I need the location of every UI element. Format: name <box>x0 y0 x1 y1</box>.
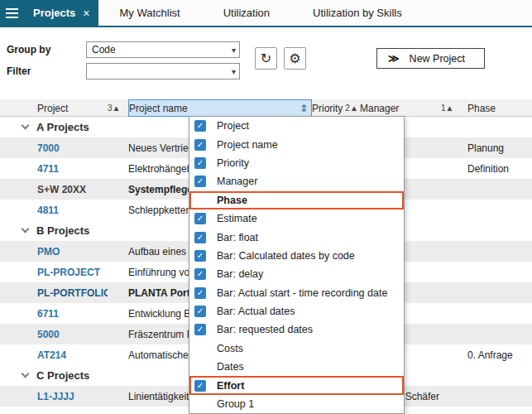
col-project-name-label: Project name <box>129 103 188 114</box>
close-tab-icon[interactable]: × <box>83 7 89 19</box>
chevron-down-icon: ▾ <box>232 46 236 55</box>
menu-item-label: Dates <box>217 361 244 373</box>
menu-item-bar-actual-start-time-recording-date[interactable]: ✓Bar: Actual start - time recording date <box>189 284 404 302</box>
checkbox-unchecked <box>194 398 206 410</box>
refresh-button[interactable]: ↻ <box>255 47 277 70</box>
phase-cell: Planung <box>463 142 532 154</box>
menu-item-bar-calculated-dates-by-code[interactable]: ✓Bar: Calculated dates by code <box>189 247 404 265</box>
menu-item-bar-delay[interactable]: ✓Bar: delay <box>189 265 404 283</box>
menu-item-estimate[interactable]: ✓Estimate <box>189 209 404 228</box>
menu-item-label: Project <box>217 120 249 132</box>
menu-item-phase[interactable]: Phase <box>189 191 404 209</box>
col-priority-sort-indicator: 2▲ <box>345 104 357 113</box>
tab-utilization-label: Utilization <box>223 7 270 19</box>
table-header: Project 3▲ Project name ⇕ Priority 2▲ Ma… <box>0 99 532 117</box>
menu-item-label: Estimate <box>217 213 257 224</box>
menu-item-bar-actual-dates[interactable]: ✓Bar: Actual dates <box>189 302 404 320</box>
phase-cell: 0. Anfrage <box>463 349 532 361</box>
project-code-link[interactable]: S+W 20XX <box>37 184 108 195</box>
project-code-link[interactable]: 7000 <box>37 142 108 154</box>
checkbox-checked-icon: ✓ <box>194 306 206 317</box>
checkbox-checked-icon: ✓ <box>194 380 206 392</box>
tab-utilization[interactable]: Utilization <box>202 0 291 26</box>
group-by-select[interactable]: Code ▾ <box>86 41 240 58</box>
project-code-link[interactable]: 6711 <box>37 308 108 320</box>
checkbox-checked-icon: ✓ <box>194 287 206 299</box>
col-project-label: Project <box>37 103 68 114</box>
tab-my-watchlist-label: My Watchlist <box>120 7 180 19</box>
group-by-label: Group by <box>7 44 50 55</box>
tab-my-watchlist[interactable]: My Watchlist <box>98 0 202 26</box>
project-code-link[interactable]: 4811 <box>37 205 108 216</box>
menu-item-manager[interactable]: ✓Manager <box>189 172 404 190</box>
checkbox-checked-icon: ✓ <box>194 268 206 280</box>
gear-icon: ⚙ <box>289 51 300 66</box>
menu-item-bar-float[interactable]: ✓Bar: float <box>189 228 404 246</box>
filter-select[interactable]: ▾ <box>86 63 240 79</box>
menu-item-label: Group 1 <box>217 398 254 410</box>
menu-item-label: Bar: Actual dates <box>217 306 295 317</box>
col-manager[interactable]: Manager <box>360 99 441 117</box>
project-code-link[interactable]: PL-PORTFOLIO <box>37 287 108 299</box>
col-priority[interactable]: Priority 2▲ <box>312 99 360 117</box>
menu-item-label: Bar: delay <box>217 268 263 280</box>
new-project-label: New Project <box>410 53 465 65</box>
app-window: Projects × My Watchlist Utilization Util… <box>0 0 532 414</box>
chevron-down-icon[interactable] <box>22 225 30 233</box>
phase-cell: Definition <box>463 163 532 175</box>
menu-item-label: Costs <box>217 343 243 354</box>
chevron-down-icon[interactable] <box>22 370 30 378</box>
checkbox-checked-icon: ✓ <box>194 176 206 187</box>
hamburger-menu-icon[interactable] <box>0 0 25 26</box>
column-chooser-menu: ✓Project✓Project name✓Priority✓ManagerPh… <box>189 116 405 414</box>
col-project-name[interactable]: Project name ⇕ <box>128 99 312 117</box>
menu-item-dates[interactable]: Dates <box>189 358 404 376</box>
checkbox-unchecked <box>194 361 206 373</box>
tab-bar: Projects × My Watchlist Utilization Util… <box>0 0 532 26</box>
sort-updown-icon: ⇕ <box>300 103 308 114</box>
project-code-link[interactable]: 4711 <box>37 163 108 175</box>
group-label: B Projects <box>36 224 89 237</box>
refresh-icon: ↻ <box>261 51 271 66</box>
menu-item-bar-requested-dates[interactable]: ✓Bar: requested dates <box>189 320 404 339</box>
menu-item-label: Project name <box>217 139 278 151</box>
checkbox-unchecked <box>194 195 206 206</box>
col-phase[interactable]: Phase <box>463 99 532 117</box>
chevron-down-icon[interactable] <box>22 122 30 130</box>
group-label: A Projects <box>36 121 89 133</box>
checkbox-unchecked <box>194 343 206 354</box>
checkbox-checked-icon: ✓ <box>194 324 206 335</box>
menu-item-costs[interactable]: Costs <box>189 339 404 358</box>
double-chevron-icon: ≫ <box>388 52 400 65</box>
menu-item-label: Bar: float <box>217 232 258 243</box>
menu-item-label: Priority <box>217 157 249 169</box>
checkbox-checked-icon: ✓ <box>194 157 206 169</box>
tab-utilization-by-skills[interactable]: Utilization by Skills <box>291 0 424 26</box>
menu-item-project-name[interactable]: ✓Project name <box>189 135 404 153</box>
group-label: C Projects <box>36 369 89 382</box>
project-code-link[interactable]: PL-PROJECT <box>37 267 108 278</box>
checkbox-checked-icon: ✓ <box>194 232 206 243</box>
checkbox-checked-icon: ✓ <box>194 213 206 224</box>
menu-item-priority[interactable]: ✓Priority <box>189 154 404 172</box>
checkbox-checked-icon: ✓ <box>194 120 206 132</box>
project-code-link[interactable]: AT214 <box>37 349 108 361</box>
menu-item-effort[interactable]: ✓Effort <box>189 376 404 394</box>
chevron-down-icon: ▾ <box>232 67 236 76</box>
tab-projects-label: Projects <box>33 7 75 19</box>
new-project-button[interactable]: ≫ New Project <box>376 48 485 69</box>
group-by-value: Code <box>92 44 116 55</box>
project-code-link[interactable]: PMO <box>37 246 108 258</box>
project-code-link[interactable]: L1-JJJJ <box>37 391 108 402</box>
tab-projects[interactable]: Projects × <box>25 0 98 26</box>
menu-item-group-1[interactable]: Group 1 <box>189 395 404 413</box>
tab-utilization-by-skills-label: Utilization by Skills <box>313 7 402 19</box>
menu-item-label: Manager <box>217 176 257 187</box>
checkbox-checked-icon: ✓ <box>194 139 206 151</box>
menu-item-label: Bar: Calculated dates by code <box>217 250 355 262</box>
col-project-sort-indicator: 3▲ <box>108 99 128 117</box>
project-code-link[interactable]: 5000 <box>37 329 108 340</box>
settings-button[interactable]: ⚙ <box>284 47 306 70</box>
menu-item-project[interactable]: ✓Project <box>189 117 404 135</box>
col-project[interactable]: Project <box>37 99 108 117</box>
